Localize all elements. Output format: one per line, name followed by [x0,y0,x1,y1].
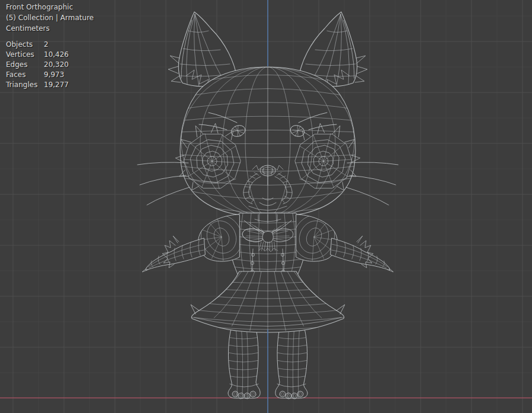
model-torso [230,213,305,278]
wire-line [355,76,364,82]
model-leg-left-mirrored [275,324,308,399]
stat-label: Triangles [6,80,44,90]
wire-line [356,56,366,63]
stat-label: Vertices [6,50,44,60]
wire-line [357,236,363,243]
scene-stats: Objects 2 Vertices 10,426 Edges 20,320 F… [6,40,69,90]
stat-value: 9,973 [44,70,69,80]
stat-value: 19,277 [44,80,69,90]
stat-label: Edges [6,60,44,70]
wire-line [168,66,178,73]
collection-label: (5) Collection | Armature [6,12,94,23]
stat-row-triangles: Triangles 19,277 [6,80,69,90]
3d-viewport[interactable]: Front Orthographic (5) Collection | Arma… [0,0,532,413]
stat-row-vertices: Vertices 10,426 [6,50,69,60]
view-name-label: Front Orthographic [6,2,94,12]
wire-line [170,56,180,63]
wire-line [171,76,181,82]
stat-row-faces: Faces 9,973 [6,70,69,80]
wire-line [346,187,389,205]
stat-label: Faces [6,70,44,80]
stat-row-edges: Edges 20,320 [6,60,69,70]
stat-label: Objects [6,40,44,50]
wire-line [357,66,367,73]
stat-value: 10,426 [44,50,69,60]
stat-row-objects: Objects 2 [6,40,69,50]
viewport-overlay-text: Front Orthographic (5) Collection | Arma… [6,2,94,90]
wire-line [140,175,186,185]
wire-line [350,175,396,185]
model-head [178,61,358,226]
model-skirt [190,271,346,332]
wire-line [147,187,190,205]
stat-value: 20,320 [44,60,69,70]
wire-line [173,236,179,243]
units-label: Centimeters [6,23,94,34]
model-leg-left [227,324,260,399]
stat-value: 2 [44,40,69,50]
